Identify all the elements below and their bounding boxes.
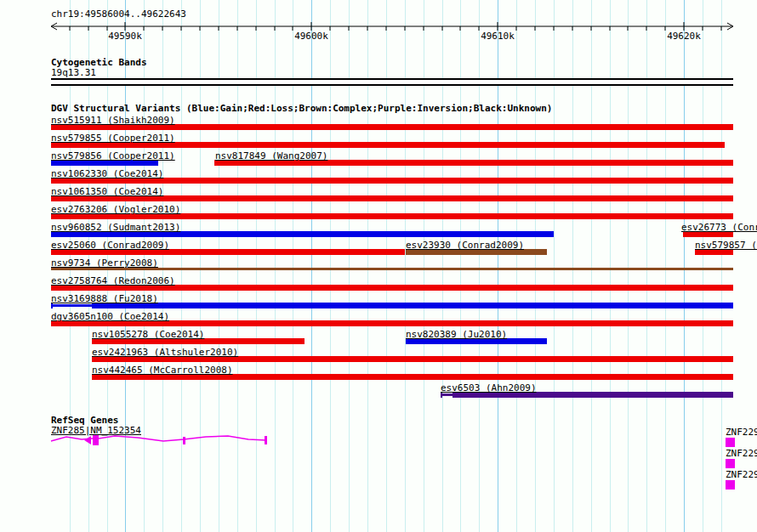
gene-label-znf229[interactable]: ZNF229 <box>726 449 757 458</box>
variant-label[interactable]: nsv817849 (Wang2007) <box>215 151 327 161</box>
gene-label-znf229[interactable]: ZNF229 <box>726 470 757 479</box>
cytobands-header: Cytogenetic Bands <box>51 58 147 67</box>
variant-bar[interactable] <box>92 303 733 308</box>
gene-label-znf285[interactable]: ZNF285|NM_152354 <box>51 426 141 435</box>
variant-label[interactable]: nsv1062330 (Coe2014) <box>51 169 163 178</box>
gene-exon-box[interactable] <box>726 480 735 490</box>
ruler-axis <box>0 0 757 51</box>
genome-browser-view: chr19:49586004..49622643 49590k49600k496… <box>0 0 757 532</box>
variant-bar[interactable] <box>441 393 452 396</box>
variant-label[interactable]: dgv3605n100 (Coe2014) <box>51 312 169 321</box>
transcription-direction-arrow-icon <box>84 436 91 444</box>
exon-box <box>93 435 99 445</box>
variant-label[interactable]: nsv3169888 (Fu2018) <box>51 294 158 303</box>
cytoband-rect[interactable] <box>51 78 733 86</box>
intron-line <box>51 436 266 441</box>
cytoband-label: 19q13.31 <box>51 68 96 77</box>
gene-label-znf229[interactable]: ZNF229 <box>726 427 757 437</box>
variant-label[interactable]: nsv820389 (Ju2010) <box>406 330 507 339</box>
variant-label[interactable]: esv2421963 (Altshuler2010) <box>92 348 238 357</box>
exon-tick <box>183 437 185 444</box>
gene-exon-box[interactable] <box>726 459 735 468</box>
variant-label[interactable]: nsv579856 (Cooper2011) <box>51 151 175 161</box>
refseq-header: RefSeq Genes <box>51 416 118 425</box>
variant-label[interactable]: nsv1061350 (Coe2014) <box>51 187 163 196</box>
gene-exon-box[interactable] <box>726 438 735 447</box>
variant-label[interactable]: esv6503 (Ahn2009) <box>441 383 537 393</box>
variant-bar[interactable] <box>51 304 92 307</box>
ruler-tick-label: 49620k <box>665 31 703 41</box>
ruler-tick-label: 49610k <box>479 31 516 41</box>
variant-label[interactable]: esv25060 (Conrad2009) <box>51 241 169 250</box>
variant-label[interactable]: nsv960852 (Sudmant2013) <box>51 223 180 232</box>
variant-label[interactable]: esv2758764 (Redon2006) <box>51 276 175 286</box>
variant-label[interactable]: nsv9734 (Perry2008) <box>51 258 158 268</box>
variant-label[interactable]: esv2763206 (Vogler2010) <box>51 205 180 214</box>
region-coordinates: chr19:49586004..49622643 <box>51 9 186 19</box>
variant-label[interactable]: nsv579857 (C <box>695 241 757 250</box>
ruler-tick-label: 49590k <box>106 31 144 41</box>
variant-label[interactable]: nsv1055278 (Coe2014) <box>92 330 204 339</box>
variant-label[interactable]: nsv579855 (Cooper2011) <box>51 133 175 143</box>
variant-label[interactable]: nsv515911 (Shaikh2009) <box>51 116 175 125</box>
variant-label[interactable]: esv26773 (Conra <box>681 223 757 232</box>
exon-tick <box>265 436 267 444</box>
variant-label[interactable]: esv23930 (Conrad2009) <box>406 241 524 250</box>
ruler-tick-label: 49600k <box>293 31 330 41</box>
dgv-track-header: DGV Structural Variants (Blue:Gain;Red:L… <box>51 104 552 113</box>
variant-label[interactable]: nsv442465 (McCarroll2008) <box>92 365 233 375</box>
